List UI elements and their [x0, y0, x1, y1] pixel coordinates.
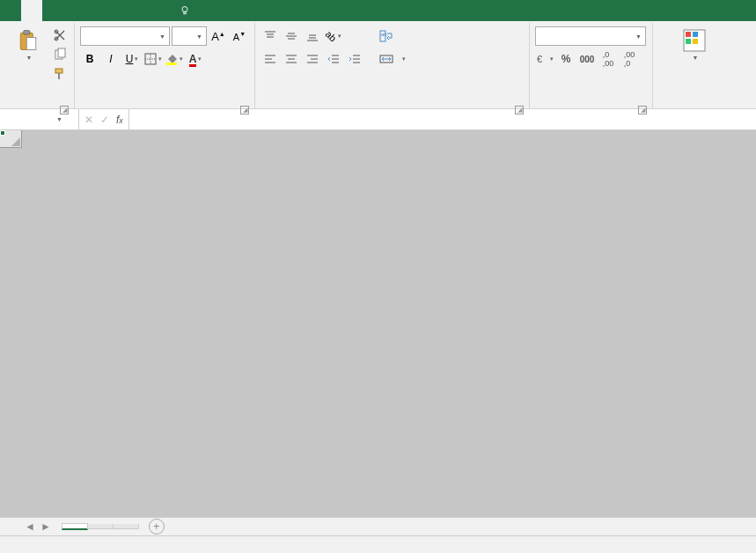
svg-rect-4 — [26, 38, 36, 50]
copy-button[interactable] — [51, 46, 69, 63]
merge-icon — [379, 53, 393, 65]
align-left-icon — [264, 53, 276, 65]
align-top-icon — [264, 30, 276, 42]
tab-controleren[interactable] — [127, 0, 148, 21]
font-size-select[interactable]: ▼ — [172, 26, 207, 46]
chevron-down-icon: ▾ — [158, 55, 162, 63]
merge-center-button[interactable]: ▾ — [373, 49, 412, 69]
chevron-down-icon: ▾ — [198, 55, 202, 63]
conditional-formatting-button[interactable]: ▼ — [658, 26, 730, 63]
svg-rect-44 — [686, 32, 691, 37]
tab-gegevens[interactable] — [106, 0, 127, 21]
ribbon-tabstrip — [0, 0, 756, 21]
group-getal: ▼ €▾ % 000 ,0,00 ,00,0 ◢ — [530, 23, 653, 108]
lightbulb-icon — [180, 5, 190, 16]
percent-button[interactable]: % — [556, 49, 576, 69]
tab-beeld[interactable] — [148, 0, 169, 21]
chevron-down-icon: ▼ — [56, 116, 62, 122]
format-painter-button[interactable] — [51, 65, 69, 83]
group-lettertype: ▼ ▼ A▲ A▼ B I U▾ ▾ ▾ A▾ ◢ — [75, 23, 255, 108]
align-middle-button[interactable] — [282, 26, 301, 46]
align-right-button[interactable] — [303, 49, 322, 69]
increase-font-button[interactable]: A▲ — [209, 26, 228, 46]
chevron-down-icon: ▼ — [693, 55, 699, 61]
align-left-button[interactable] — [261, 49, 280, 69]
svg-rect-14 — [166, 63, 177, 65]
tab-bestand[interactable] — [0, 0, 21, 21]
name-box-input[interactable] — [5, 114, 49, 126]
scissors-icon — [53, 28, 67, 42]
formula-input[interactable] — [129, 109, 756, 129]
align-bottom-icon — [306, 30, 319, 42]
cut-button[interactable] — [51, 26, 69, 44]
wrap-text-button[interactable]: ab — [373, 26, 403, 46]
sheet-nav-next[interactable]: ► — [40, 520, 51, 533]
fill-color-button[interactable]: ▾ — [165, 49, 184, 69]
italic-button[interactable]: I — [101, 49, 121, 69]
svg-rect-8 — [58, 48, 65, 57]
lettertype-dialog-launcher[interactable]: ◢ — [240, 106, 249, 114]
svg-rect-46 — [686, 39, 691, 44]
orientation-button[interactable]: ab▾ — [324, 26, 343, 46]
decrease-font-button[interactable]: A▼ — [230, 26, 249, 46]
borders-button[interactable]: ▾ — [143, 49, 163, 69]
svg-point-0 — [182, 7, 187, 12]
chevron-down-icon: ▾ — [550, 55, 554, 63]
decrease-decimal-button[interactable]: ,00,0 — [620, 49, 639, 69]
tab-start[interactable] — [21, 0, 42, 21]
chevron-down-icon: ▼ — [635, 33, 642, 40]
align-center-icon — [285, 53, 297, 65]
tab-invoegen[interactable] — [42, 0, 63, 21]
sheet-tab-active[interactable] — [62, 523, 88, 530]
indent-icon — [349, 53, 361, 65]
sheet-tab-bar: ◄ ► + — [0, 517, 756, 535]
group-uitlijning: ab▾ ab — [255, 23, 530, 108]
chevron-down-icon: ▾ — [402, 55, 406, 63]
wrap-icon: ab — [379, 30, 393, 42]
svg-rect-3 — [24, 31, 30, 34]
copy-icon — [53, 48, 67, 62]
bold-button[interactable]: B — [80, 49, 99, 69]
accounting-format-button[interactable]: €▾ — [535, 49, 554, 69]
fx-icon[interactable]: fx — [116, 114, 123, 126]
sheet-tab[interactable] — [87, 524, 114, 529]
align-middle-icon — [285, 30, 297, 42]
svg-rect-9 — [55, 69, 62, 73]
cancel-formula-icon[interactable]: ✕ — [84, 114, 93, 126]
svg-rect-45 — [693, 32, 698, 37]
align-top-button[interactable] — [261, 26, 280, 46]
tell-me[interactable] — [169, 0, 206, 21]
increase-decimal-button[interactable]: ,0,00 — [598, 49, 618, 69]
conditional-format-icon — [682, 28, 707, 53]
uitlijning-dialog-launcher[interactable]: ◢ — [515, 106, 524, 114]
align-bottom-button[interactable] — [303, 26, 322, 46]
svg-rect-1 — [184, 12, 186, 14]
svg-rect-10 — [58, 73, 60, 79]
font-name-select[interactable]: ▼ — [80, 26, 170, 46]
sheet-tab[interactable] — [113, 524, 139, 529]
font-color-button[interactable]: A▾ — [186, 49, 205, 69]
underline-button[interactable]: U▾ — [122, 49, 142, 69]
chevron-down-icon: ▼ — [196, 33, 202, 40]
group-klembord: ▼ ◢ — [4, 23, 75, 108]
number-format-select[interactable]: ▼ — [535, 26, 646, 46]
paste-button[interactable]: ▼ — [9, 26, 48, 63]
bucket-icon — [165, 53, 178, 65]
sheet-nav-prev[interactable]: ◄ — [25, 520, 35, 533]
borders-icon — [144, 53, 157, 65]
increase-indent-button[interactable] — [345, 49, 364, 69]
klembord-dialog-launcher[interactable]: ◢ — [60, 106, 69, 114]
currency-icon: € — [536, 53, 548, 65]
tab-formules[interactable] — [84, 0, 106, 21]
spreadsheet-grid[interactable] — [0, 130, 756, 517]
align-center-button[interactable] — [282, 49, 301, 69]
chevron-down-icon: ▼ — [159, 33, 165, 40]
decrease-indent-button[interactable] — [324, 49, 343, 69]
comma-button[interactable]: 000 — [577, 49, 597, 69]
chevron-down-icon: ▾ — [180, 55, 183, 63]
new-sheet-button[interactable]: + — [149, 519, 165, 535]
tab-pagina-indeling[interactable] — [63, 0, 84, 21]
enter-formula-icon[interactable]: ✓ — [100, 114, 109, 126]
paintbrush-icon — [53, 67, 67, 81]
getal-dialog-launcher[interactable]: ◢ — [638, 106, 647, 114]
